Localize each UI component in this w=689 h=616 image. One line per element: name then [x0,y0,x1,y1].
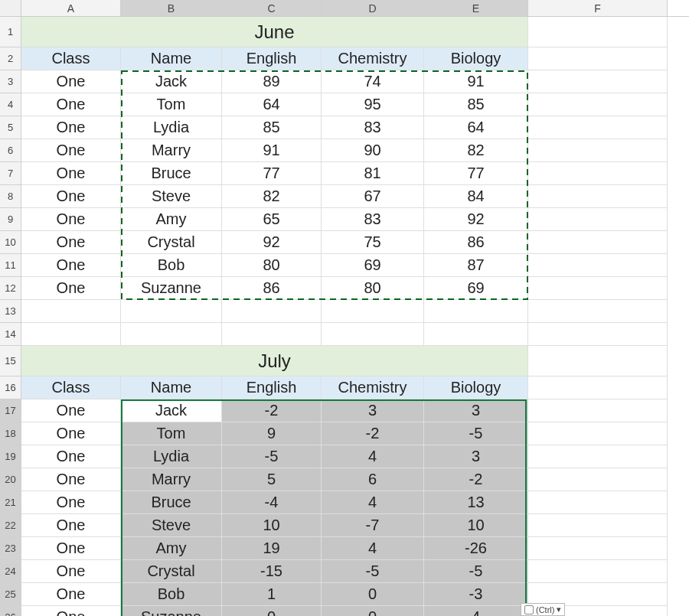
cell-A13[interactable] [21,300,121,323]
row-header-20[interactable]: 20 [0,468,21,491]
row-header-13[interactable]: 13 [0,300,21,323]
june-chemistry[interactable]: 83 [322,116,424,139]
july-english[interactable]: 19 [222,537,322,560]
june-class[interactable]: One [21,93,121,116]
cell-F23[interactable] [528,537,668,560]
june-class[interactable]: One [21,139,121,162]
june-chemistry[interactable]: 90 [322,139,424,162]
june-class[interactable]: One [21,116,121,139]
june-chemistry[interactable]: 80 [322,277,424,300]
col-header-D[interactable]: D [322,0,424,16]
june-biology[interactable]: 91 [424,70,528,93]
july-biology[interactable]: -2 [424,468,528,491]
june-class[interactable]: One [21,231,121,254]
cell-F17[interactable] [528,399,668,422]
july-english[interactable]: 1 [222,583,322,606]
july-hdr-class[interactable]: Class [21,376,121,399]
cell-F16[interactable] [528,376,668,399]
row-header-19[interactable]: 19 [0,445,21,468]
june-english[interactable]: 89 [222,70,322,93]
july-hdr-biology[interactable]: Biology [424,376,528,399]
col-header-F[interactable]: F [528,0,668,16]
july-biology[interactable]: -5 [424,560,528,583]
june-biology[interactable]: 85 [424,93,528,116]
row-header-16[interactable]: 16 [0,376,21,399]
cell-C14[interactable] [222,323,322,346]
june-chemistry[interactable]: 69 [322,254,424,277]
july-biology[interactable]: 10 [424,514,528,537]
cell-F14[interactable] [528,323,668,346]
cell-F15[interactable] [528,346,668,376]
june-english[interactable]: 64 [222,93,322,116]
june-class[interactable]: One [21,254,121,277]
july-name[interactable]: Steve [121,514,222,537]
june-english[interactable]: 86 [222,277,322,300]
june-english[interactable]: 65 [222,208,322,231]
july-english[interactable]: -5 [222,445,322,468]
july-name[interactable]: Jack [121,399,222,422]
june-biology[interactable]: 77 [424,162,528,185]
july-chemistry[interactable]: 4 [322,445,424,468]
june-hdr-chemistry[interactable]: Chemistry [322,47,424,70]
june-chemistry[interactable]: 75 [322,231,424,254]
july-chemistry[interactable]: 0 [322,606,424,616]
july-name[interactable]: Amy [121,537,222,560]
july-english[interactable]: -15 [222,560,322,583]
july-name[interactable]: Crystal [121,560,222,583]
cell-E14[interactable] [424,323,528,346]
cell-F2[interactable] [528,47,668,70]
july-class[interactable]: One [21,468,121,491]
cell-C13[interactable] [222,300,322,323]
row-header-24[interactable]: 24 [0,560,21,583]
june-class[interactable]: One [21,208,121,231]
june-english[interactable]: 82 [222,185,322,208]
july-hdr-chemistry[interactable]: Chemistry [322,376,424,399]
july-biology[interactable]: -3 [424,583,528,606]
june-english[interactable]: 80 [222,254,322,277]
june-name[interactable]: Amy [121,208,222,231]
june-chemistry[interactable]: 83 [322,208,424,231]
row-header-6[interactable]: 6 [0,139,21,162]
col-header-A[interactable]: A [21,0,121,16]
june-name[interactable]: Lydia [121,116,222,139]
cell-F4[interactable] [528,93,668,116]
cell-F24[interactable] [528,560,668,583]
june-biology[interactable]: 86 [424,231,528,254]
june-hdr-biology[interactable]: Biology [424,47,528,70]
row-header-11[interactable]: 11 [0,254,21,277]
july-chemistry[interactable]: -5 [322,560,424,583]
july-english[interactable]: -2 [222,399,322,422]
july-class[interactable]: One [21,606,121,616]
june-chemistry[interactable]: 67 [322,185,424,208]
july-name[interactable]: Tom [121,422,222,445]
cell-F10[interactable] [528,231,668,254]
july-name[interactable]: Bruce [121,491,222,514]
june-name[interactable]: Marry [121,139,222,162]
cell-F7[interactable] [528,162,668,185]
july-english[interactable]: 0 [222,606,322,616]
july-name[interactable]: Lydia [121,445,222,468]
july-chemistry[interactable]: -7 [322,514,424,537]
cell-F21[interactable] [528,491,668,514]
july-class[interactable]: One [21,445,121,468]
june-name[interactable]: Bob [121,254,222,277]
july-chemistry[interactable]: 4 [322,537,424,560]
paste-options-hint[interactable]: (Ctrl) ▾ [521,603,565,616]
july-chemistry[interactable]: 0 [322,583,424,606]
row-header-4[interactable]: 4 [0,93,21,116]
cell-F19[interactable] [528,445,668,468]
june-class[interactable]: One [21,70,121,93]
july-class[interactable]: One [21,422,121,445]
cell-F11[interactable] [528,254,668,277]
june-biology[interactable]: 69 [424,277,528,300]
row-header-25[interactable]: 25 [0,583,21,606]
june-biology[interactable]: 92 [424,208,528,231]
cell-F13[interactable] [528,300,668,323]
june-hdr-english[interactable]: English [222,47,322,70]
july-name[interactable]: Bob [121,583,222,606]
cell-F12[interactable] [528,277,668,300]
june-name[interactable]: Steve [121,185,222,208]
cell-A14[interactable] [21,323,121,346]
july-biology[interactable]: 13 [424,491,528,514]
row-header-14[interactable]: 14 [0,323,21,346]
